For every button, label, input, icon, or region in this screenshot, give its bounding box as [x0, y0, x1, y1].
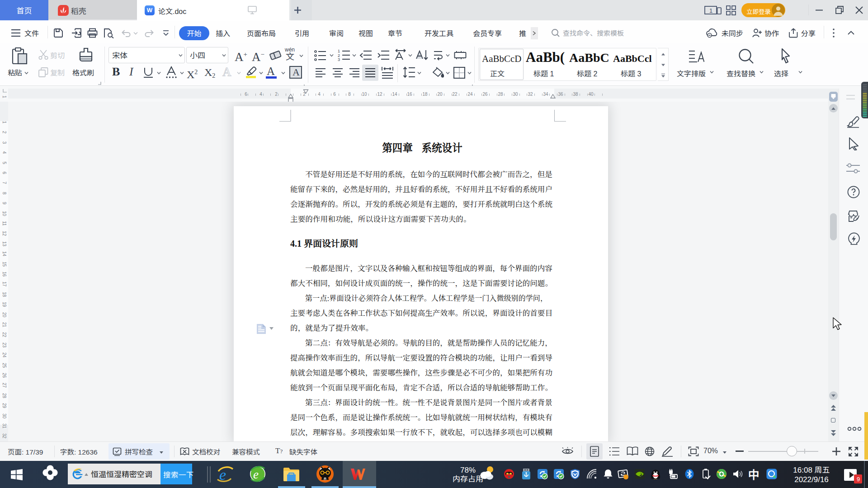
svg-text:e: e	[253, 468, 259, 481]
svg-text:1: 1	[709, 7, 712, 14]
svg-text:R: R	[324, 478, 326, 481]
svg-text:1: 1	[338, 49, 340, 53]
svg-text:3: 3	[338, 57, 340, 61]
svg-text:9: 9	[857, 476, 860, 483]
